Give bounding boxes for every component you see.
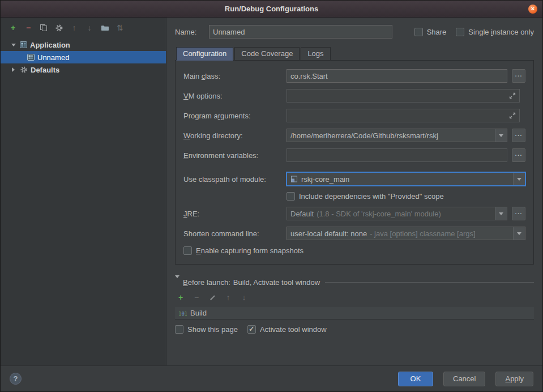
- tab-logs[interactable]: Logs: [301, 47, 330, 61]
- edit-task-button[interactable]: [208, 293, 217, 302]
- main-class-field[interactable]: [287, 69, 507, 83]
- classpath-module-row: Use classpath of module: rskj-core_main: [183, 172, 525, 186]
- help-button[interactable]: ?: [10, 373, 22, 385]
- include-dependencies-label: Include dependencies with "Provided" sco…: [299, 192, 444, 201]
- main-class-label: Main class:: [183, 72, 287, 80]
- run-debug-configurations-dialog: Run/Debug Configurations × + − ↑ ↓ ⇅: [0, 0, 543, 392]
- checkbox-box: ✓: [175, 325, 183, 334]
- module-icon: [290, 176, 298, 182]
- tree-item-label: Defaults: [31, 66, 59, 74]
- vm-options-field[interactable]: [287, 89, 520, 103]
- task-down-button[interactable]: ↓: [240, 293, 249, 302]
- build-task-label: Build: [190, 309, 207, 317]
- add-task-button[interactable]: +: [176, 293, 185, 302]
- config-tabs: Configuration Code Coverage Logs: [175, 47, 534, 61]
- ok-button[interactable]: OK: [398, 372, 433, 386]
- share-checkbox[interactable]: ✓ Share: [414, 28, 447, 36]
- expand-field-icon[interactable]: [509, 92, 516, 99]
- application-icon: [27, 54, 35, 61]
- name-label: Name:: [175, 28, 209, 36]
- add-configuration-button[interactable]: +: [8, 23, 18, 32]
- program-arguments-row: Program arguments:: [183, 109, 525, 122]
- build-task-item[interactable]: 1 0 1 Build: [175, 307, 534, 319]
- before-launch-toolbar: + − ↑ ↓: [175, 287, 534, 306]
- close-button[interactable]: ×: [528, 5, 537, 14]
- enable-capturing-checkbox[interactable]: ✓ Enable capturing form snapshots: [183, 246, 303, 255]
- chevron-down-icon: [499, 134, 503, 137]
- before-launch-task-list: 1 0 1 Build: [175, 307, 534, 319]
- remove-task-button[interactable]: −: [192, 293, 201, 302]
- tree-item-application[interactable]: Application: [1, 39, 166, 51]
- vm-options-label: VM options:: [183, 92, 287, 100]
- pencil-icon: [209, 294, 216, 301]
- checkbox-box: ✓: [414, 28, 423, 36]
- tree-item-defaults[interactable]: Defaults: [1, 63, 166, 76]
- sidebar: + − ↑ ↓ ⇅ Application: [1, 18, 166, 365]
- svg-text:1: 1: [185, 311, 187, 317]
- apply-button[interactable]: Apply: [495, 372, 533, 386]
- environment-variables-field[interactable]: [287, 148, 507, 162]
- chevron-down-icon: [499, 212, 503, 215]
- collapse-arrow-icon[interactable]: [10, 67, 17, 72]
- working-directory-label: Working directory:: [183, 131, 287, 140]
- environment-variables-input[interactable]: [290, 151, 503, 160]
- sidebar-toolbar: + − ↑ ↓ ⇅: [1, 18, 166, 36]
- main-panel: Name: ✓ Share ✓ Single instance only Con…: [166, 18, 542, 365]
- before-launch-header[interactable]: Before launch: Build, Activate tool wind…: [175, 278, 534, 287]
- main-class-input[interactable]: [290, 72, 503, 80]
- edit-templates-button[interactable]: [54, 23, 63, 32]
- program-arguments-field[interactable]: [287, 109, 520, 122]
- configuration-tab-panel: Main class: … VM options:: [175, 60, 534, 265]
- shorten-command-line-combo[interactable]: user-local default: none - java [options…: [287, 227, 525, 240]
- combo-dropdown-button[interactable]: [495, 207, 507, 220]
- cancel-button[interactable]: Cancel: [443, 372, 485, 386]
- jre-browse-button[interactable]: …: [512, 207, 525, 220]
- checkbox-box: ✓: [183, 246, 192, 255]
- combo-dropdown-button[interactable]: [513, 173, 525, 185]
- combo-dropdown-button[interactable]: [495, 129, 507, 142]
- classpath-module-label: Use classpath of module:: [183, 175, 287, 184]
- activate-tool-window-checkbox[interactable]: ✓ Activate tool window: [247, 325, 327, 334]
- classpath-module-combo[interactable]: rskj-core_main: [287, 172, 525, 186]
- main-class-browse-button[interactable]: …: [512, 69, 525, 83]
- show-this-page-label: Show this page: [187, 325, 238, 334]
- window-title: Run/Debug Configurations: [225, 5, 318, 13]
- titlebar: Run/Debug Configurations ×: [1, 1, 542, 18]
- working-directory-combo[interactable]: /home/meriherrera/Code/Github/rsksmart/r…: [287, 129, 507, 142]
- expand-arrow-icon[interactable]: [10, 44, 17, 46]
- single-instance-checkbox[interactable]: ✓ Single instance only: [456, 28, 534, 36]
- move-down-button[interactable]: ↓: [85, 23, 94, 32]
- tab-configuration[interactable]: Configuration: [176, 47, 233, 61]
- tab-code-coverage[interactable]: Code Coverage: [234, 47, 300, 61]
- tree-item-unnamed[interactable]: Unnamed: [1, 51, 166, 63]
- expand-field-icon[interactable]: [509, 112, 516, 119]
- main-class-row: Main class: …: [183, 69, 525, 83]
- shorten-command-line-label: Shorten command line:: [183, 229, 287, 238]
- new-folder-button[interactable]: [100, 23, 109, 32]
- environment-variables-browse-button[interactable]: …: [512, 148, 525, 162]
- working-directory-browse-button[interactable]: …: [512, 129, 525, 142]
- name-row: Name: ✓ Share ✓ Single instance only: [175, 24, 534, 39]
- before-launch-title: Before launch:: [183, 278, 230, 287]
- application-icon: [20, 41, 27, 48]
- build-icon: 1 0 1: [178, 310, 187, 317]
- gear-icon: [20, 66, 28, 74]
- combo-dropdown-button[interactable]: [513, 227, 525, 240]
- before-launch-options: ✓ Show this page ✓ Activate tool window: [175, 325, 534, 334]
- name-input[interactable]: [209, 25, 392, 39]
- collapse-section-icon[interactable]: [175, 278, 179, 287]
- sort-configurations-button[interactable]: ⇅: [116, 23, 125, 32]
- checkbox-box: ✓: [287, 192, 295, 201]
- program-arguments-input[interactable]: [290, 112, 509, 120]
- jre-hint: (1.8 - SDK of 'rskj-core_main' module): [317, 210, 441, 218]
- move-up-button[interactable]: ↑: [70, 23, 79, 32]
- show-this-page-checkbox[interactable]: ✓ Show this page: [175, 325, 238, 334]
- jre-combo[interactable]: Default (1.8 - SDK of 'rskj-core_main' m…: [287, 207, 507, 220]
- copy-configuration-button[interactable]: [39, 23, 48, 32]
- include-dependencies-checkbox[interactable]: ✓ Include dependencies with "Provided" s…: [287, 192, 444, 201]
- shorten-command-line-hint: - java [options] classname [args]: [370, 229, 475, 238]
- working-directory-row: Working directory: /home/meriherrera/Cod…: [183, 129, 525, 142]
- task-up-button[interactable]: ↑: [224, 293, 233, 302]
- remove-configuration-button[interactable]: −: [24, 23, 33, 32]
- vm-options-input[interactable]: [290, 92, 509, 100]
